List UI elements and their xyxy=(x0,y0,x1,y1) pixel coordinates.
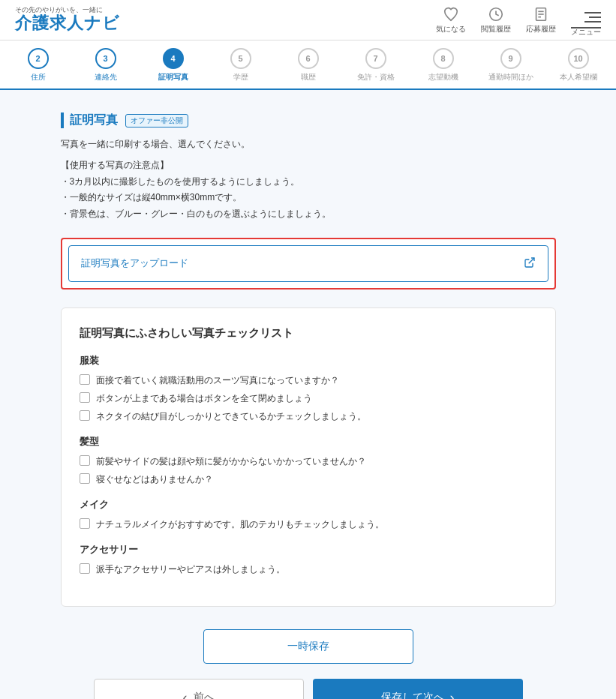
step-circle: 6 xyxy=(298,48,319,69)
svg-line-5 xyxy=(528,258,533,263)
checklist-item: ボタンが上まである場合はボタンを全て閉めましょう xyxy=(80,392,537,405)
step-label: 住所 xyxy=(31,72,46,82)
nav-buttons: 前へ 保存して次へ xyxy=(61,679,556,699)
step-navigation: 2 住所 3 連絡先 4 証明写真 5 学歴 6 職歴 7 免許・資格 8 志望… xyxy=(0,40,616,90)
checkbox-0-0[interactable] xyxy=(80,374,90,385)
logo-text[interactable]: 介護求人ナビ xyxy=(15,14,120,32)
checklist-item-text: 面接で着ていく就職活動用のスーツ写真になっていますか？ xyxy=(96,374,339,387)
note-1: ・3カ月以内に撮影したものを使用するようにしましょう。 xyxy=(61,174,556,190)
category-title-3: アクセサリー xyxy=(80,543,537,556)
step-label: 志望動機 xyxy=(428,72,458,82)
step-circle: 9 xyxy=(500,48,521,69)
category-title-1: 髪型 xyxy=(80,435,537,448)
category-title-0: 服装 xyxy=(80,354,537,368)
note-2: ・一般的なサイズは縦40mm×横30mmです。 xyxy=(61,190,556,206)
chevron-right-icon xyxy=(450,690,455,699)
step-item-3[interactable]: 3 連絡先 xyxy=(72,48,140,88)
step-item-9[interactable]: 9 通勤時間ほか xyxy=(477,48,545,88)
notes-title: 【使用する写真の注意点】 xyxy=(61,158,556,174)
step-label: 本人希望欄 xyxy=(560,72,597,82)
checklist-title: 証明写真にふさわしい写真チェックリスト xyxy=(80,326,537,340)
checkbox-0-2[interactable] xyxy=(80,410,90,421)
section-title-row: 証明写真 オファー非公開 xyxy=(61,112,556,128)
checklist-item-text: 派手なアクセサリーやピアスは外しましょう。 xyxy=(96,562,285,576)
logo-area: その先のやりがいを、一緒に 介護求人ナビ xyxy=(15,7,120,32)
step-label: 職歴 xyxy=(301,72,316,82)
step-item-5[interactable]: 5 学歴 xyxy=(207,48,275,88)
checklist-category-3: アクセサリー派手なアクセサリーやピアスは外しましょう。 xyxy=(80,543,537,576)
offer-badge: オファー非公開 xyxy=(125,114,188,128)
checkbox-2-0[interactable] xyxy=(80,518,90,529)
step-circle: 2 xyxy=(28,48,49,69)
checklist-item-text: 寝ぐせなどはありませんか？ xyxy=(96,472,213,486)
upload-label: 証明写真をアップロード xyxy=(81,256,188,270)
checklist-item-text: 前髪やサイドの髪は顔や頬に髪がかからないかかっていませんか？ xyxy=(96,454,366,468)
next-button[interactable]: 保存して次へ xyxy=(313,679,523,699)
instruction-notes: 【使用する写真の注意点】 ・3カ月以内に撮影したものを使用するようにしましょう。… xyxy=(61,158,556,222)
step-circle: 3 xyxy=(95,48,116,69)
main-content: 証明写真 オファー非公開 写真を一緒に印刷する場合、選んでください。 【使用する… xyxy=(46,112,571,699)
menu-button[interactable]: メニュー xyxy=(571,12,601,28)
step-item-8[interactable]: 8 志望動機 xyxy=(410,48,477,88)
step-item-7[interactable]: 7 免許・資格 xyxy=(342,48,410,88)
upload-button[interactable]: 証明写真をアップロード xyxy=(68,245,548,282)
checkbox-1-0[interactable] xyxy=(80,455,90,466)
chevron-left-icon xyxy=(183,690,188,699)
checklist-item: 寝ぐせなどはありませんか？ xyxy=(80,472,537,486)
checkbox-0-1[interactable] xyxy=(80,392,90,403)
next-label: 保存して次へ xyxy=(381,691,444,699)
checklist-item: 派手なアクセサリーやピアスは外しましょう。 xyxy=(80,562,537,576)
prev-label: 前へ xyxy=(194,691,215,699)
prev-button[interactable]: 前へ xyxy=(94,679,304,699)
document-icon xyxy=(533,6,549,22)
applied-history-button[interactable]: 応募履歴 xyxy=(526,6,556,34)
checklist-item: ナチュラルメイクがおすすめです。肌のテカリもチェックしましょう。 xyxy=(80,518,537,531)
checkbox-1-1[interactable] xyxy=(80,473,90,484)
checklist-item-text: ネクタイの結び目がしっかりとできているかチェックしましょう。 xyxy=(96,410,366,423)
upload-box-wrapper: 証明写真をアップロード xyxy=(61,238,556,290)
header: その先のやりがいを、一緒に 介護求人ナビ 気になる 閲覧履歴 xyxy=(0,0,616,40)
step-list: 2 住所 3 連絡先 4 証明写真 5 学歴 6 職歴 7 免許・資格 8 志望… xyxy=(0,48,616,88)
temp-save-button[interactable]: 一時保存 xyxy=(203,629,413,664)
checklist-item-text: ナチュラルメイクがおすすめです。肌のテカリもチェックしましょう。 xyxy=(96,518,384,531)
heart-icon xyxy=(443,6,459,22)
step-label: 通勤時間ほか xyxy=(488,72,533,82)
step-label: 連絡先 xyxy=(95,72,117,82)
checkbox-3-0[interactable] xyxy=(80,563,90,574)
step-circle: 5 xyxy=(230,48,251,69)
step-label: 学歴 xyxy=(233,72,248,82)
step-circle: 10 xyxy=(568,48,589,69)
checklist-card: 証明写真にふさわしい写真チェックリスト 服装面接で着ていく就職活動用のスーツ写真… xyxy=(61,308,556,607)
checklist-item: 面接で着ていく就職活動用のスーツ写真になっていますか？ xyxy=(80,374,537,387)
step-circle: 4 xyxy=(163,48,184,69)
external-link-icon xyxy=(524,256,536,271)
step-circle: 8 xyxy=(433,48,454,69)
section-title: 証明写真 xyxy=(61,112,118,128)
note-3: ・背景色は、ブルー・グレー・白のものを選ぶようにしましょう。 xyxy=(61,206,556,223)
header-icons: 気になる 閲覧履歴 応募履歴 メニュー xyxy=(436,6,601,34)
clock-icon xyxy=(488,6,504,22)
favorite-button[interactable]: 気になる xyxy=(436,6,466,34)
category-title-2: メイク xyxy=(80,498,537,512)
step-item-4[interactable]: 4 証明写真 xyxy=(140,48,207,88)
step-item-6[interactable]: 6 職歴 xyxy=(275,48,342,88)
step-label: 免許・資格 xyxy=(357,72,395,82)
checklist-category-1: 髪型前髪やサイドの髪は顔や頬に髪がかからないかかっていませんか？寝ぐせなどはあり… xyxy=(80,435,537,486)
checklist-item: 前髪やサイドの髪は顔や頬に髪がかからないかかっていませんか？ xyxy=(80,454,537,468)
checklist-category-2: メイクナチュラルメイクがおすすめです。肌のテカリもチェックしましょう。 xyxy=(80,498,537,531)
browsing-history-button[interactable]: 閲覧履歴 xyxy=(481,6,511,34)
step-circle: 7 xyxy=(365,48,386,69)
checklist-item-text: ボタンが上まである場合はボタンを全て閉めましょう xyxy=(96,392,312,405)
checklist-category-0: 服装面接で着ていく就職活動用のスーツ写真になっていますか？ボタンが上まである場合… xyxy=(80,354,537,423)
checklist-body: 服装面接で着ていく就職活動用のスーツ写真になっていますか？ボタンが上まである場合… xyxy=(80,354,537,576)
step-label: 証明写真 xyxy=(158,72,188,82)
step-item-10[interactable]: 10 本人希望欄 xyxy=(545,48,612,88)
checklist-item: ネクタイの結び目がしっかりとできているかチェックしましょう。 xyxy=(80,410,537,423)
instruction-main: 写真を一緒に印刷する場合、選んでください。 xyxy=(61,137,556,152)
step-item-2[interactable]: 2 住所 xyxy=(5,48,72,88)
